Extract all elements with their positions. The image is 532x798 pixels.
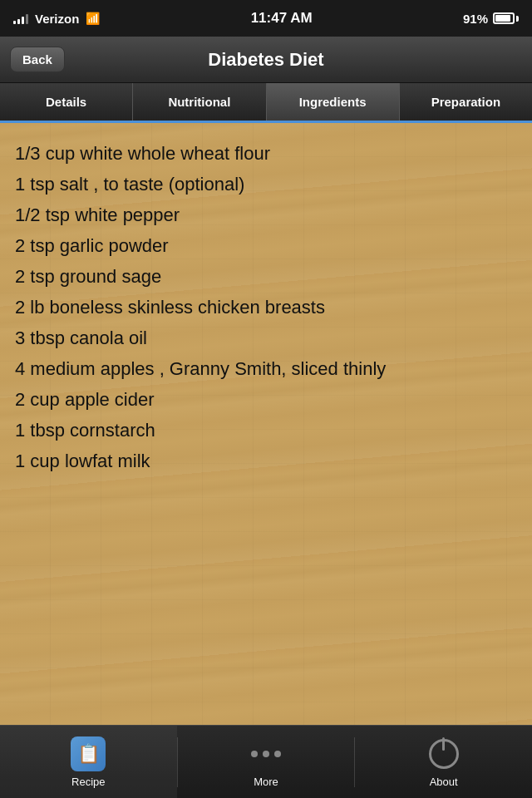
tab-preparation[interactable]: Preparation <box>400 83 532 121</box>
bottom-tab-bar: 📋 Recipe More About <box>0 725 532 798</box>
about-tab-icon <box>426 736 462 772</box>
status-time: 11:47 AM <box>251 10 313 27</box>
carrier-label: Verizon <box>35 12 79 26</box>
list-item: 1 tbsp cornstarch <box>15 416 517 444</box>
top-tab-bar: Details Nutritional Ingredients Preparat… <box>0 83 532 123</box>
list-item: 1 tsp salt , to taste (optional) <box>15 170 517 198</box>
recipe-tab-label: Recipe <box>71 776 105 788</box>
wifi-icon: 📶 <box>86 12 100 25</box>
bottom-tab-recipe[interactable]: 📋 Recipe <box>0 726 177 798</box>
list-item: 1 cup lowfat milk <box>15 447 517 475</box>
list-item: 1/2 tsp white pepper <box>15 201 517 229</box>
tab-details[interactable]: Details <box>0 83 133 121</box>
more-tab-label: More <box>254 776 278 788</box>
more-dots-icon <box>251 751 281 757</box>
signal-bars-icon <box>13 12 28 24</box>
navigation-bar: Back Diabetes Diet <box>0 37 532 83</box>
status-left: Verizon 📶 <box>13 12 100 26</box>
back-button[interactable]: Back <box>10 47 65 72</box>
battery-percent: 91% <box>463 12 488 26</box>
ingredients-content: 1/3 cup white whole wheat flour1 tsp sal… <box>0 123 532 725</box>
more-tab-icon <box>248 736 284 772</box>
list-item: 2 lb boneless skinless chicken breasts <box>15 293 517 321</box>
list-item: 3 tbsp canola oil <box>15 324 517 352</box>
list-item: 2 tsp ground sage <box>15 263 517 290</box>
power-icon <box>429 739 459 769</box>
recipe-tab-icon: 📋 <box>70 736 106 772</box>
recipe-icon: 📋 <box>71 736 106 771</box>
list-item: 2 tsp garlic powder <box>15 232 517 259</box>
list-item: 2 cup apple cider <box>15 386 517 413</box>
bottom-tab-more[interactable]: More <box>178 726 355 798</box>
about-tab-label: About <box>430 776 458 788</box>
bottom-tab-about[interactable]: About <box>355 726 532 798</box>
tab-nutritional[interactable]: Nutritional <box>133 83 266 121</box>
page-title: Diabetes Diet <box>208 49 323 71</box>
list-item: 4 medium apples , Granny Smith, sliced t… <box>15 355 517 382</box>
status-bar: Verizon 📶 11:47 AM 91% <box>0 0 532 37</box>
battery-icon <box>493 12 519 24</box>
tab-ingredients[interactable]: Ingredients <box>267 83 400 121</box>
status-right: 91% <box>463 12 519 26</box>
list-item: 1/3 cup white whole wheat flour <box>15 140 517 167</box>
